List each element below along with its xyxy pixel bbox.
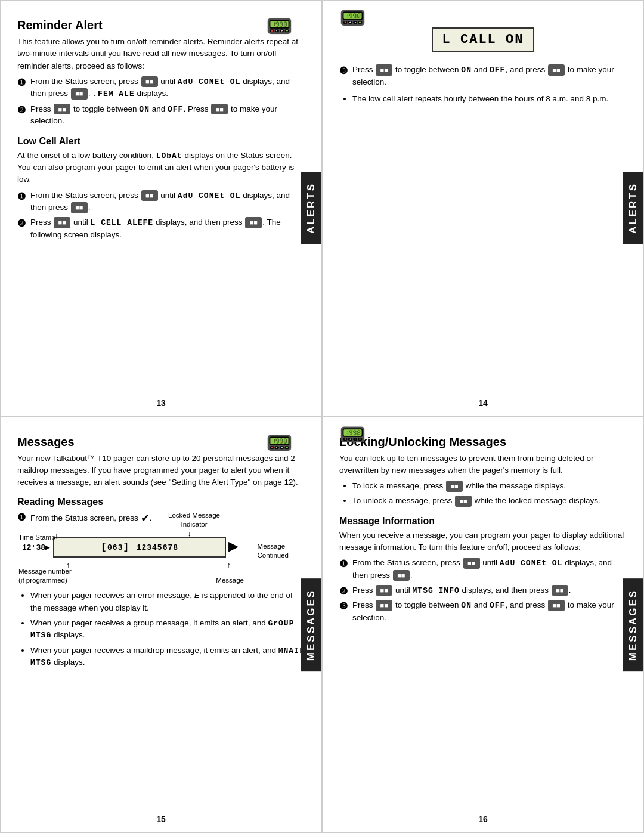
btn-mi-4: ■■: [552, 585, 568, 596]
pager-icon-16: 📟: [339, 422, 366, 447]
lcd-row: 12⁺38▶ [063] 12345678 ▶: [53, 532, 244, 560]
btn-lc-2: ■■: [71, 202, 88, 213]
low-cell-alert-title: Low Cell Alert: [17, 136, 305, 147]
page-13: 📟 Reminder Alert This feature allows you…: [0, 0, 322, 417]
messages-title: Messages: [17, 435, 305, 449]
btn-p14-1: ■■: [376, 64, 392, 76]
arrow-locked: ↓: [188, 529, 192, 538]
message-diagram-area: Time Stamp ↓ Locked MessageIndicator ↓ 1…: [53, 532, 244, 560]
lowcell-step-2: Press ■■ until L CELL ALEFE displays, an…: [17, 216, 305, 241]
btn-mi-1: ■■: [463, 558, 480, 569]
timestamp-value: 12⁺38▶: [22, 543, 50, 553]
reading-bullet-2: When your pager receives a group message…: [30, 617, 305, 642]
page-14: 📟 L CALL ON Press ■■ to toggle between O…: [322, 0, 644, 417]
btn-mi-5: ■■: [376, 600, 392, 611]
page-16: 📟 Locking/Unlocking Messages You can loc…: [322, 417, 644, 834]
locking-bullet-2: To unlock a message, press ■■ while the …: [352, 495, 627, 507]
btn-mi-2: ■■: [393, 570, 410, 581]
messages-body: Your new Talkabout™ T10 pager can store …: [17, 453, 305, 489]
label-continued: MessageContinued: [258, 542, 289, 560]
btn-p14-2: ■■: [548, 64, 565, 76]
page-number-13: 13: [156, 398, 166, 408]
p14-bullet-1: The low cell alert repeats hourly betwee…: [352, 93, 627, 105]
locking-body: You can lock up to ten messages to preve…: [339, 453, 627, 477]
reading-bullets: When your pager receives an error messag…: [17, 590, 305, 669]
arrow-continued: ▶: [228, 538, 239, 554]
vertical-label-16: MESSAGES: [623, 578, 643, 671]
message-display: [063] 12345678: [53, 537, 226, 558]
msginfo-step1: From the Status screen, press ■■ until A…: [339, 557, 627, 581]
pager-icon-15: 📟: [266, 431, 293, 456]
btn-lc-4: ■■: [245, 217, 262, 228]
btn-press-4: ■■: [211, 104, 228, 115]
reading-messages-title: Reading Messages: [17, 497, 305, 507]
msg-bracket-open: [: [101, 542, 107, 553]
btn-press-2: ■■: [71, 88, 88, 100]
arrow-message: ↑: [227, 561, 231, 569]
page-number-14: 14: [478, 398, 488, 408]
page-number-16: 16: [478, 815, 488, 824]
locking-bullets: To lock a message, press ■■ while the me…: [339, 480, 627, 507]
msg-bracket-close: ]: [123, 542, 129, 553]
lowcell-steps: From the Status screen, press ■■ until A…: [17, 190, 305, 241]
reminder-alert-title: Reminder Alert: [17, 18, 305, 32]
locking-bullet-1: To lock a message, press ■■ while the me…: [352, 480, 627, 492]
reminder-steps: From the Status screen, press ■■ until A…: [17, 76, 305, 128]
msg-number: 063: [107, 543, 123, 552]
msginfo-step2: Press ■■ until MTSG INFO displays, and t…: [339, 584, 627, 597]
locking-title: Locking/Unlocking Messages: [339, 435, 627, 449]
p14-step3: Press ■■ to toggle between ON and OFF, a…: [339, 64, 627, 88]
arrow-timestamp: ↓: [54, 531, 58, 540]
btn-lc-1: ■■: [141, 190, 158, 202]
btn-lock: ■■: [446, 481, 463, 492]
label-locked: Locked MessageIndicator: [168, 511, 220, 529]
vertical-label-15: MESSAGES: [301, 578, 321, 671]
reading-bullet-3: When your pager receives a maildrop mess…: [30, 645, 305, 669]
lcd-area-14: L CALL ON: [339, 18, 627, 58]
btn-mi-6: ■■: [548, 600, 565, 611]
btn-press-3: ■■: [54, 104, 70, 115]
p14-bullets: The low cell alert repeats hourly betwee…: [339, 93, 627, 105]
btn-mi-3: ■■: [376, 585, 392, 596]
vertical-label-13: ALERTS: [301, 172, 321, 244]
pager-icon-13: 📟: [266, 14, 293, 39]
btn-lc-3: ■■: [54, 217, 70, 228]
msg-info-body: When you receive a message, you can prog…: [339, 529, 627, 554]
label-msg-number: Message number(if programmed): [18, 567, 72, 585]
msginfo-step3: Press ■■ to toggle between ON and OFF, a…: [339, 599, 627, 624]
reminder-alert-body: This feature allows you to turn on/off r…: [17, 36, 305, 72]
pager-icon-14: 📟: [339, 5, 366, 30]
p14-steps: Press ■■ to toggle between ON and OFF, a…: [339, 64, 627, 88]
msg-info-title: Message Information: [339, 516, 627, 527]
arrow-msg-number: ↑: [66, 561, 70, 569]
reminder-step-1: From the Status screen, press ■■ until A…: [17, 76, 305, 100]
vertical-label-14: ALERTS: [623, 172, 643, 244]
lcd-l-call-on: L CALL ON: [432, 27, 535, 52]
btn-unlock: ■■: [455, 496, 472, 507]
reading-steps: From the Status screen, press ✔.: [17, 510, 305, 527]
reminder-step-2: Press ■■ to toggle between ON and OFF. P…: [17, 103, 305, 128]
reading-bullet-1: When your pager receives an error messag…: [30, 590, 305, 614]
label-message: Message: [216, 576, 244, 585]
label-timestamp: Time Stamp: [18, 532, 55, 542]
low-cell-alert-body: At the onset of a low battery condition,…: [17, 150, 305, 186]
reading-step-1: From the Status screen, press ✔.: [17, 510, 305, 527]
lowcell-step-1: From the Status screen, press ■■ until A…: [17, 190, 305, 214]
page-15: 📟 Messages Your new Talkabout™ T10 pager…: [0, 417, 322, 834]
page-number-15: 15: [156, 815, 166, 824]
btn-press-1: ■■: [141, 76, 158, 88]
msginfo-steps: From the Status screen, press ■■ until A…: [339, 557, 627, 624]
msg-text: 12345678: [137, 543, 178, 552]
